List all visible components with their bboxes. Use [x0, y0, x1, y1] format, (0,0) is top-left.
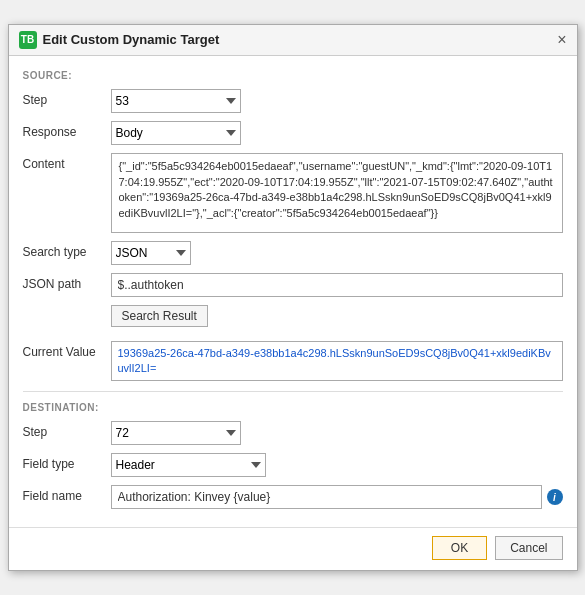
dest-step-select[interactable]: 72 [111, 421, 241, 445]
field-name-wrap: i [111, 485, 563, 509]
step-control-wrap: 53 [111, 89, 563, 113]
current-value-row: Current Value 19369a25-26ca-47bd-a349-e3… [23, 341, 563, 382]
content-box: {"_id":"5f5a5c934264eb0015edaeaf","usern… [111, 153, 563, 233]
source-section-label: SOURCE: [23, 70, 563, 81]
search-result-spacer [23, 305, 111, 309]
current-value-box: 19369a25-26ca-47bd-a349-e38bb1a4c298.hLS… [111, 341, 563, 382]
section-divider [23, 391, 563, 392]
field-name-label: Field name [23, 485, 111, 503]
search-type-select[interactable]: JSON [111, 241, 191, 265]
search-result-button[interactable]: Search Result [111, 305, 208, 327]
title-bar: TB Edit Custom Dynamic Target × [9, 25, 577, 56]
field-name-info-icon[interactable]: i [547, 489, 563, 505]
search-type-row: Search type JSON [23, 241, 563, 265]
field-name-input[interactable] [111, 485, 542, 509]
edit-custom-dynamic-target-dialog: TB Edit Custom Dynamic Target × SOURCE: … [8, 24, 578, 572]
field-type-row: Field type Header [23, 453, 563, 477]
ok-button[interactable]: OK [432, 536, 487, 560]
dest-step-row: Step 72 [23, 421, 563, 445]
dialog-body: SOURCE: Step 53 Response Body Content {" [9, 56, 577, 528]
step-row: Step 53 [23, 89, 563, 113]
response-select[interactable]: Body [111, 121, 241, 145]
close-button[interactable]: × [557, 32, 566, 48]
field-type-label: Field type [23, 453, 111, 471]
content-row: Content {"_id":"5f5a5c934264eb0015edaeaf… [23, 153, 563, 233]
dialog-title: Edit Custom Dynamic Target [43, 32, 220, 47]
content-control-wrap: {"_id":"5f5a5c934264eb0015edaeaf","usern… [111, 153, 563, 233]
dialog-icon: TB [19, 31, 37, 49]
json-path-row: JSON path [23, 273, 563, 297]
search-type-label: Search type [23, 241, 111, 259]
dest-step-label: Step [23, 421, 111, 439]
field-type-control-wrap: Header [111, 453, 563, 477]
search-type-control-wrap: JSON [111, 241, 563, 265]
title-bar-left: TB Edit Custom Dynamic Target [19, 31, 220, 49]
current-value-control-wrap: 19369a25-26ca-47bd-a349-e38bb1a4c298.hLS… [111, 341, 563, 382]
dest-step-control-wrap: 72 [111, 421, 563, 445]
json-path-label: JSON path [23, 273, 111, 291]
response-label: Response [23, 121, 111, 139]
step-label: Step [23, 89, 111, 107]
search-result-row: Search Result [23, 305, 563, 333]
json-path-control-wrap [111, 273, 563, 297]
step-select[interactable]: 53 [111, 89, 241, 113]
dialog-footer: OK Cancel [9, 527, 577, 570]
field-name-row: Field name i [23, 485, 563, 509]
search-result-control-wrap: Search Result [111, 305, 563, 333]
cancel-button[interactable]: Cancel [495, 536, 562, 560]
response-control-wrap: Body [111, 121, 563, 145]
destination-section-label: DESTINATION: [23, 402, 563, 413]
current-value-label: Current Value [23, 341, 111, 359]
json-path-input[interactable] [111, 273, 563, 297]
response-row: Response Body [23, 121, 563, 145]
field-type-select[interactable]: Header [111, 453, 266, 477]
content-label: Content [23, 153, 111, 171]
